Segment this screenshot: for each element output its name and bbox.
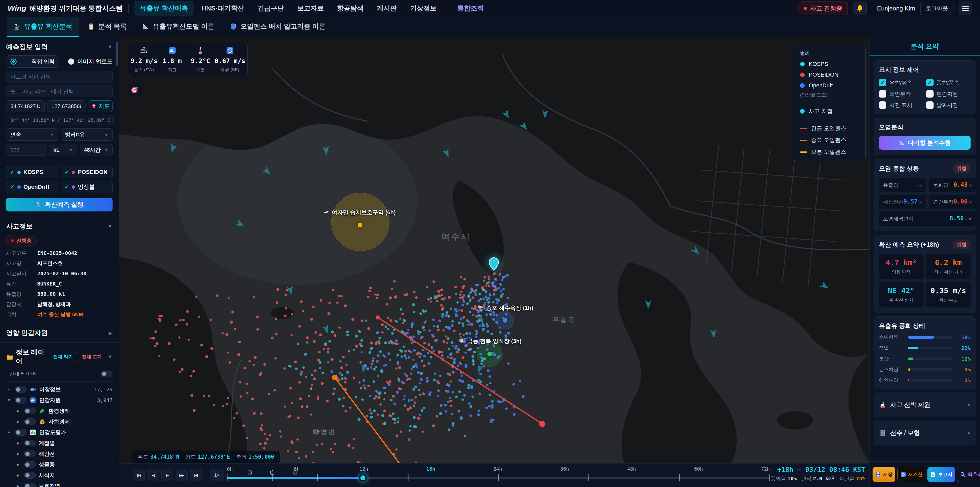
collapse-icon[interactable]: ▼: [107, 44, 113, 50]
layer-toggle[interactable]: [15, 429, 27, 436]
step-back-button[interactable]: ◀: [147, 469, 159, 481]
nav-item-5[interactable]: 항공탐색: [331, 1, 369, 16]
all-layers-on-button[interactable]: 전체 켜기: [50, 352, 76, 362]
play-button[interactable]: ▶: [161, 469, 173, 481]
incident-name-input[interactable]: [6, 71, 113, 83]
collapse-icon[interactable]: ▼: [107, 354, 113, 360]
menu-button[interactable]: [959, 2, 972, 15]
display-checkbox-유향/유속[interactable]: ✓유향/유속: [879, 79, 924, 86]
run-prediction-button[interactable]: 확산예측 실행: [6, 198, 113, 211]
weathering-pct: 22%: [956, 345, 970, 351]
map-viewport[interactable]: 9.2 m/s풍속 (SW)1.8 m파고9.2°C수온0.67 m/s해류 (…: [119, 37, 869, 463]
model-chip-KOSPS[interactable]: ✓KOSPS: [6, 166, 58, 178]
expand-icon[interactable]: ▶: [15, 473, 21, 477]
prediction-input-section: 예측정보 입력 ▼ 직접 입력이미지 업로드 지도 34° 44' 30.58"…: [0, 37, 119, 217]
sidebar-scrollbar[interactable]: [116, 42, 118, 66]
all-layers-off-button[interactable]: 전체 끄기: [79, 352, 105, 362]
timeline-tick: [227, 474, 228, 481]
expand-icon[interactable]: ▶: [15, 409, 21, 413]
timeline-status: +18h – 03/12 08:46 KST 풍화율10%면적2.0 km²차단…: [770, 466, 865, 482]
tab-1[interactable]: 유출유 확산분석: [6, 17, 79, 37]
oil-type-select[interactable]: 벙커C유▼: [61, 128, 113, 141]
model-chip-앙상블[interactable]: ✓앙상블: [61, 181, 113, 193]
display-checkbox-풍향/풍속[interactable]: ✓풍향/풍속: [926, 79, 971, 86]
layer-toggle[interactable]: [15, 397, 27, 404]
incident-pin[interactable]: [489, 257, 499, 272]
collapsible-panel-1[interactable]: 사고 선박 제원▸: [873, 393, 976, 417]
layer-toggle[interactable]: [15, 386, 27, 393]
nav-item-8[interactable]: 통합조회: [452, 1, 490, 16]
weathering-bar-track: [908, 358, 953, 360]
skip-end-button[interactable]: ▶▮: [190, 469, 202, 481]
display-checkbox-해안부착[interactable]: 해안부착: [879, 90, 924, 97]
expand-icon[interactable]: ▶: [15, 452, 21, 456]
collapse-icon[interactable]: ▼: [6, 398, 12, 402]
nav-item-4[interactable]: 보고자료: [292, 1, 329, 16]
expand-icon[interactable]: ▶: [15, 420, 21, 424]
polygon-analysis-button[interactable]: 다각형 분석수행: [879, 136, 970, 150]
nav-item-3[interactable]: 긴급구난: [252, 1, 290, 16]
model-chip-OpenDrift[interactable]: ✓OpenDrift: [6, 181, 58, 193]
notifications-button[interactable]: [853, 2, 867, 15]
display-checkbox-시간 표시[interactable]: 시간 표시: [879, 101, 924, 109]
expand-icon[interactable]: ▶: [15, 441, 21, 445]
timeline-handle[interactable]: [359, 474, 367, 482]
action-button-재계산[interactable]: 재계산: [897, 467, 925, 482]
action-button-역추적[interactable]: 역추적: [957, 467, 980, 482]
model-chip-label: 앙상블: [78, 183, 95, 191]
legend-label: KOSPS: [809, 61, 828, 67]
layer-label: 보호지역: [39, 482, 60, 487]
building-icon: [879, 429, 886, 437]
spill-mode-select[interactable]: 연속▼: [6, 128, 58, 141]
timeline-stat-value: 2.0 km²: [813, 476, 835, 482]
speed-button[interactable]: 1×: [210, 469, 224, 481]
pick-on-map-button[interactable]: 지도: [88, 101, 113, 112]
layer-toggle[interactable]: [24, 472, 36, 479]
fast-forward-button[interactable]: ▶▶: [176, 469, 188, 481]
display-checkbox-날짜시간[interactable]: 날짜시간: [926, 101, 971, 109]
unit-select[interactable]: kL▼: [49, 144, 77, 156]
poi-dot-beach[interactable]: [503, 318, 508, 323]
nav-divider: [128, 4, 129, 13]
incident-list-input[interactable]: [6, 86, 113, 97]
display-checkbox-민감자원[interactable]: 민감자원: [926, 90, 971, 97]
radio-direct-input[interactable]: 직접 입력: [6, 56, 59, 68]
collapsible-panel-2[interactable]: 선주 / 보험▸: [873, 421, 976, 445]
nav-item-1[interactable]: 유출유 확산예측: [134, 1, 194, 16]
master-layer-toggle[interactable]: [101, 370, 113, 377]
model-chip-POSEIDON[interactable]: ✓POSEIDON: [61, 166, 113, 178]
poi-dot-farm[interactable]: [487, 352, 492, 356]
skip-start-button[interactable]: ▮◀: [133, 469, 145, 481]
layer-toggle[interactable]: [24, 418, 36, 425]
radio-image-upload[interactable]: 이미지 업로드: [68, 56, 113, 68]
layer-toggle[interactable]: [24, 407, 36, 414]
expand-icon[interactable]: ▶: [15, 484, 21, 487]
expand-icon[interactable]: ▶: [109, 330, 113, 336]
nav-item-6[interactable]: 게시판: [371, 1, 402, 16]
nav-item-2[interactable]: HNS·대기확산: [196, 1, 250, 16]
layer-toggle[interactable]: [24, 483, 36, 487]
layer-toggle[interactable]: [24, 440, 36, 446]
longitude-input[interactable]: [47, 101, 86, 112]
logout-button[interactable]: 로그아웃: [920, 2, 953, 15]
layer-toggle[interactable]: [24, 450, 36, 457]
collapse-icon[interactable]: ▼: [107, 224, 113, 229]
nav-item-7[interactable]: 기상정보: [404, 1, 442, 16]
tab-3[interactable]: 유출유확산모델 이론: [135, 17, 221, 37]
tab-2[interactable]: 분석 목록: [81, 17, 133, 37]
collapse-icon[interactable]: ▼: [6, 430, 12, 434]
duration-select[interactable]: 48시간▼: [80, 144, 113, 156]
expand-icon[interactable]: ▶: [15, 463, 21, 466]
action-button-보고서[interactable]: 보고서: [928, 467, 955, 482]
tab-4[interactable]: 오일펜스 배치 알고리즘 이론: [223, 17, 332, 37]
action-button-저장[interactable]: 저장: [873, 467, 895, 482]
panel-header-tab[interactable]: 분석 요약: [870, 37, 980, 56]
timeline-track[interactable]: 0h6h12h18h24h36h48h60h72h: [227, 463, 770, 487]
amount-input[interactable]: [6, 144, 46, 155]
weather-cell: 9.2 m/s풍속 (SW): [130, 46, 158, 73]
map-basemap[interactable]: [119, 37, 869, 463]
latitude-input[interactable]: [6, 101, 45, 112]
recenter-button[interactable]: [127, 83, 142, 97]
poi-dot-wetland[interactable]: [358, 223, 363, 228]
layer-toggle[interactable]: [24, 461, 36, 468]
